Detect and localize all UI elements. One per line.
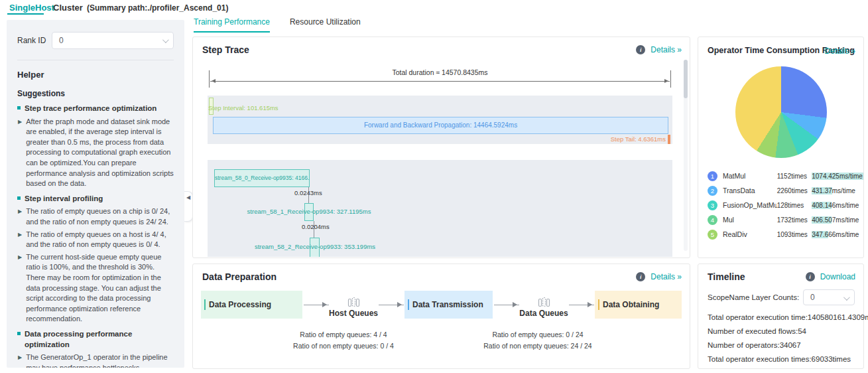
step-tail-label: Step Tail: 4.6361ms <box>611 135 666 143</box>
operator-row[interactable]: 3 FusionOp_MatMul... 128times 408.146ms/… <box>708 198 863 212</box>
operator-avg-time: 347.666ms/time <box>812 231 863 238</box>
operator-list: 1 MatMul 1152times 1074.425ms/time 2 Tra… <box>708 169 863 242</box>
stream-label-1: stream_58_1_Receive-op9934: 327.1195ms <box>247 208 371 215</box>
suggestion-item: ▶ The GeneratorOp_1 operator in the pipe… <box>17 352 174 368</box>
queue-icon <box>347 295 360 308</box>
total-duration-ruler: Total duration ≈ 14570.8435ms <box>209 68 671 88</box>
triangle-bullet-icon: ▶ <box>18 118 22 125</box>
info-icon[interactable]: i <box>636 45 645 54</box>
scope-counts-value: 0 <box>810 293 815 302</box>
tab-resource-utilization[interactable]: Resource Utilization <box>290 17 361 33</box>
chevron-down-icon <box>843 294 850 301</box>
operator-row[interactable]: 4 Mul 1732times 406.507ms/time <box>708 212 863 227</box>
suggestion-item: ▶ The ratio of empty queues on a host is… <box>17 230 174 250</box>
timeline-panel: Timeline i Download ScopeName Layer Coun… <box>698 263 864 369</box>
main-tabs: Training Performance Resource Utilizatio… <box>194 17 361 33</box>
flow-arrow-icon <box>379 305 404 305</box>
flow-arrow-icon <box>304 305 329 305</box>
square-bullet-icon <box>17 196 21 200</box>
rank-badge: 2 <box>708 186 717 196</box>
step-trace-details-link[interactable]: Details » <box>651 45 682 54</box>
info-icon[interactable]: i <box>636 272 645 281</box>
section-title-text: Step interval profiling <box>25 194 103 204</box>
stream-label-2: stream_58_2_Receive-op9933: 353.199ms <box>255 243 375 250</box>
timeline-stat: Total operator execution time:140580161.… <box>708 313 858 321</box>
total-duration-label: Total duration ≈ 14570.8435ms <box>209 68 671 76</box>
suggestion-text: The current host-side queue empty queue … <box>26 252 174 325</box>
sidebar-divider <box>17 60 174 60</box>
operator-times: 128times <box>777 202 812 209</box>
operator-pie-chart[interactable] <box>735 66 827 158</box>
data-preparation-panel: Data Preparation i Details » Data Proces… <box>192 263 690 369</box>
stream-gap-label-0: 0.0243ms <box>294 189 322 196</box>
flow-arrow-icon <box>569 305 594 305</box>
rank-id-row: Rank ID 0 <box>17 32 174 49</box>
ruler-arrow-line <box>210 81 670 82</box>
helper-title: Helper <box>17 70 174 80</box>
operator-ranking-panel: Operator Time Consumption Ranking Detail… <box>698 37 864 258</box>
profiler-page: SingleHost Cluster (Summary path:./profi… <box>0 0 868 373</box>
suggestion-section-title: Step interval profiling <box>17 194 174 204</box>
suggestion-text: The ratio of empty queues on a host is 4… <box>26 230 174 250</box>
step-interval-label: Step Interval: 101.615ms <box>208 104 279 112</box>
square-bullet-icon <box>17 332 21 335</box>
fpbp-bar[interactable]: Forward and Backward Propagation: 14464.… <box>213 117 668 134</box>
data-queues-node[interactable]: Data Queues <box>520 295 568 318</box>
suggestions-title: Suggestions <box>17 89 174 98</box>
operator-name: Mul <box>723 216 777 224</box>
tab-training-performance[interactable]: Training Performance <box>194 17 270 33</box>
step-trace-row-2: stream_58_0_Receive-op9935: 4166.2692ms … <box>208 160 672 257</box>
operator-row[interactable]: 1 MatMul 1152times 1074.425ms/time <box>708 169 863 183</box>
scope-counts-label: ScopeName Layer Counts: <box>708 293 799 301</box>
step-trace-title: Step Trace <box>202 44 249 55</box>
operator-details-link[interactable]: Details » <box>824 46 855 56</box>
operator-row[interactable]: 2 TransData 2260times 431.37ms/time <box>708 183 863 198</box>
suggestion-text: After the praph mode and dataset sink mo… <box>26 117 174 189</box>
top-header: SingleHost Cluster (Summary path:./profi… <box>0 0 868 16</box>
data-flow-diagram: Data Processing Host Queues Data Transmi… <box>201 289 682 320</box>
rank-badge: 5 <box>708 230 717 240</box>
rank-id-select[interactable]: 0 <box>52 32 174 49</box>
operator-name: RealDiv <box>723 230 777 238</box>
suggestion-item: ▶ After the praph mode and dataset sink … <box>17 117 174 189</box>
step-trace-scrollbar <box>684 60 688 251</box>
info-icon[interactable]: i <box>806 272 815 281</box>
scrollbar-thumb[interactable] <box>684 60 688 98</box>
data-obtaining-box[interactable]: Data Obtaining <box>595 291 682 319</box>
timeline-download-link[interactable]: Download <box>820 272 855 281</box>
operator-row[interactable]: 5 RealDiv 1093times 347.666ms/time <box>708 227 863 242</box>
suggestion-text: The GeneratorOp_1 operator in the pipeli… <box>26 352 174 368</box>
data-ratio-nonempty: Ratio of non empty queues: 24 / 24 <box>471 340 604 352</box>
rank-badge: 1 <box>708 171 717 181</box>
operator-avg-time: 406.507ms/time <box>812 216 863 224</box>
triangle-bullet-icon: ▶ <box>18 231 22 238</box>
operator-times: 1093times <box>777 231 812 238</box>
step-trace-row-1: Step Interval: 101.615ms Forward and Bac… <box>208 96 672 144</box>
tab-singlehost[interactable]: SingleHost <box>9 3 54 13</box>
triangle-bullet-icon: ▶ <box>18 254 22 261</box>
operator-name: FusionOp_MatMul... <box>723 201 777 209</box>
triangle-bullet-icon: ▶ <box>18 208 22 215</box>
section-title-text: Step trace performance optimization <box>25 104 156 114</box>
section-title-text: Data processing performance optimization <box>25 329 174 350</box>
suggestion-section-title: Step trace performance optimization <box>17 104 174 114</box>
data-preparation-details-link[interactable]: Details » <box>651 272 682 281</box>
stream-gap-label-1: 0.0204ms <box>302 223 330 230</box>
host-queues-node[interactable]: Host Queues <box>330 295 377 318</box>
rank-badge: 3 <box>708 200 717 210</box>
data-transmission-box[interactable]: Data Transmission <box>404 291 493 319</box>
data-ratio-empty: Ratio of empty queues: 0 / 24 <box>471 329 604 340</box>
host-ratio-nonempty: Ratio of non empty queues: 0 / 4 <box>277 340 410 352</box>
data-processing-box[interactable]: Data Processing <box>201 291 302 319</box>
rank-badge: 4 <box>708 215 717 225</box>
tab-cluster[interactable]: Cluster <box>53 3 83 13</box>
stream-bar-0[interactable]: stream_58_0_Receive-op9935: 4166.2692ms <box>214 169 310 187</box>
step-tail-bar[interactable] <box>668 135 670 144</box>
scope-counts-select[interactable]: 0 <box>803 289 855 305</box>
suggestion-item: ▶ The ratio of empty queues on a chip is… <box>17 206 174 227</box>
operator-avg-time: 431.37ms/time <box>812 187 863 194</box>
timeline-stat: Total operator execution times:69033time… <box>708 355 858 363</box>
timeline-stats: Total operator execution time:140580161.… <box>708 313 858 369</box>
chevron-down-icon <box>162 37 169 43</box>
operator-times: 1152times <box>777 173 812 180</box>
